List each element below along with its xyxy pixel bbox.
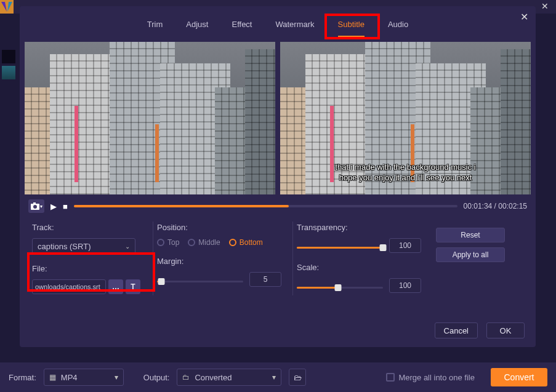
merge-option[interactable]: Merge all into one file [386, 373, 475, 382]
window-close-icon[interactable]: ✕ [538, 1, 552, 11]
margin-value[interactable]: 5 [249, 272, 281, 287]
tab-audio[interactable]: Audio [388, 17, 408, 37]
track-select[interactable]: captions (SRT) ⌄ [32, 238, 135, 254]
output-select[interactable]: 🗀 Converted ▾ [177, 369, 281, 386]
svg-rect-4 [33, 202, 36, 204]
media-thumb[interactable] [1, 65, 16, 80]
svg-marker-1 [7, 2, 12, 12]
track-panel: Track: captions (SRT) ⌄ File: ownloads/c… [28, 219, 153, 298]
folder-open-icon: 🗁 [294, 373, 302, 382]
convert-button[interactable]: Convert [491, 368, 547, 386]
media-thumb-strip [1, 49, 16, 80]
action-buttons-panel: Reset Apply to all [432, 219, 527, 298]
output-label: Output: [143, 373, 170, 382]
snapshot-button[interactable]: ▾ [28, 199, 44, 213]
timeline-row: ▾ ▶ ■ 00:01:34 / 00:02:15 [20, 194, 536, 213]
tab-trim[interactable]: Trim [147, 17, 163, 37]
margin-slider[interactable] [157, 281, 243, 282]
media-thumb[interactable] [1, 49, 16, 64]
editor-frame: ✕ Trim Adjust Effect Watermark Subtitle … [20, 6, 536, 347]
tab-effect[interactable]: Effect [232, 17, 252, 37]
cancel-button[interactable]: Cancel [435, 322, 478, 338]
subtitle-overlay: that i made with the background music i … [280, 162, 531, 183]
chevron-down-icon: ▾ [115, 373, 118, 382]
timecode: 00:01:34 / 00:02:15 [464, 202, 527, 210]
open-output-folder-button[interactable]: 🗁 [289, 369, 306, 386]
format-label: Format: [9, 373, 36, 382]
ok-button[interactable]: OK [486, 322, 525, 338]
folder-icon: 🗀 [182, 373, 190, 382]
merge-checkbox[interactable] [386, 373, 395, 382]
transparency-panel: Transparency: 100 Scale: 100 [293, 219, 432, 298]
position-label: Position: [157, 223, 283, 232]
transparency-label: Transparency: [297, 223, 422, 232]
tab-watermark[interactable]: Watermark [275, 17, 314, 37]
scale-label: Scale: [297, 263, 422, 272]
svg-marker-0 [1, 2, 7, 12]
chevron-down-icon: ⌄ [125, 243, 130, 250]
browse-file-button[interactable]: … [108, 279, 123, 294]
transparency-slider[interactable] [297, 247, 383, 249]
footer-bar: Format: ▦ MP4 ▾ Output: 🗀 Converted ▾ 🗁 … [0, 362, 556, 392]
track-label: Track: [32, 223, 143, 232]
file-path-field[interactable]: ownloads/captions.srt [32, 279, 106, 294]
subtitle-line: hope you enjoy it and i'll see you next [280, 172, 531, 183]
scale-value[interactable]: 100 [389, 278, 421, 293]
apply-to-all-button[interactable]: Apply to all [436, 247, 505, 262]
position-panel: Position: Top Middle Bottom Margin: 5 [153, 219, 292, 298]
preview-output: that i made with the background music i … [280, 42, 531, 194]
format-select[interactable]: ▦ MP4 ▾ [44, 369, 124, 386]
text-style-button[interactable]: T [126, 279, 140, 294]
chevron-down-icon: ▾ [272, 373, 276, 382]
reset-button[interactable]: Reset [436, 228, 505, 242]
margin-label: Margin: [157, 257, 283, 266]
tab-adjust[interactable]: Adjust [186, 17, 208, 37]
scale-slider[interactable] [297, 287, 383, 289]
svg-point-3 [33, 205, 37, 209]
editor-tabs: Trim Adjust Effect Watermark Subtitle Au… [20, 6, 536, 37]
chevron-down-icon: ▾ [40, 204, 42, 209]
dialog-buttons: Cancel OK [435, 322, 525, 338]
tab-subtitle[interactable]: Subtitle [338, 17, 365, 37]
app-logo [0, 0, 14, 14]
settings-panels: Track: captions (SRT) ⌄ File: ownloads/c… [20, 213, 536, 298]
position-radio-bottom[interactable]: Bottom [229, 238, 263, 247]
video-icon: ▦ [49, 373, 56, 382]
preview-row: that i made with the background music i … [20, 42, 536, 194]
timeline-slider[interactable] [74, 205, 457, 207]
stop-button[interactable]: ■ [63, 202, 68, 211]
preview-original [25, 42, 275, 194]
subtitle-line: that i made with the background music i [280, 162, 531, 173]
play-button[interactable]: ▶ [50, 202, 57, 211]
transparency-value[interactable]: 100 [389, 238, 421, 253]
timeline-progress [74, 205, 289, 207]
position-radio-top[interactable]: Top [157, 238, 179, 247]
position-radio-middle[interactable]: Middle [188, 238, 220, 247]
file-label: File: [32, 264, 143, 273]
